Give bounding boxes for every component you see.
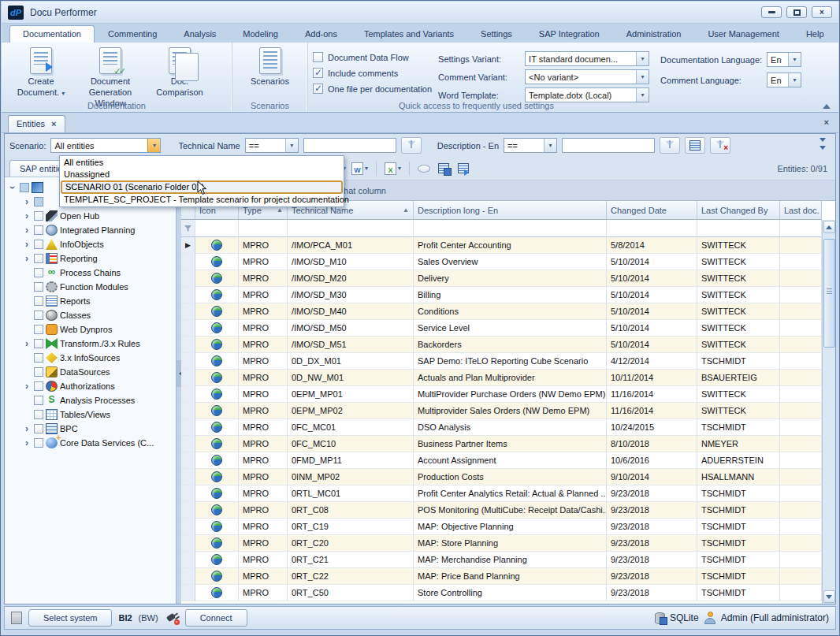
table-row[interactable]: MPRO 0INM_MP02 Production Costs 9/10/201… [181, 469, 822, 485]
ribbon-collapse-icon[interactable] [823, 100, 831, 109]
expander-icon[interactable]: › [8, 183, 17, 192]
doc-comparison-button[interactable]: Doc. Comparison [145, 46, 214, 100]
tree-checkbox[interactable] [34, 410, 43, 419]
auto-filter-cell[interactable] [288, 220, 414, 237]
connect-button[interactable]: Connect [185, 609, 247, 627]
tree-checkbox[interactable] [34, 225, 43, 235]
table-row[interactable]: MPRO /IMO/SD_M40 Conditions 5/10/2014 SW… [181, 303, 822, 320]
column-header-description-long-en[interactable]: Description long - En [414, 201, 607, 220]
menu-tab-help[interactable]: Help [793, 25, 838, 43]
tree-item[interactable]: Tables/Views [5, 407, 176, 422]
table-row[interactable]: MPRO 0RTL_MC01 Profit Center Analytics R… [181, 485, 822, 502]
table-row[interactable]: MPRO 0EPM_MP01 MultiProvider Purchase Or… [181, 386, 822, 403]
description-filter-input[interactable] [562, 138, 655, 153]
tree-checkbox[interactable] [20, 183, 29, 192]
dropdown-item[interactable]: Unassigned [61, 169, 343, 180]
chevron-down-icon[interactable]: ▾ [636, 88, 649, 102]
checkbox-icon[interactable] [313, 68, 323, 78]
dropdown-item[interactable]: All entities [61, 157, 343, 169]
table-row[interactable]: MPRO 0FC_MC10 Business Partner Items 8/1… [181, 436, 822, 452]
expander-icon[interactable]: › [22, 225, 32, 235]
menu-tab-templates-and-variants[interactable]: Templates and Variants [351, 25, 467, 43]
scenario-combo[interactable]: All entities ▾ [50, 138, 161, 153]
tree-checkbox[interactable] [34, 197, 43, 206]
menu-tab-settings[interactable]: Settings [467, 25, 526, 43]
tree-item[interactable]: › Core Data Services (C... [5, 436, 176, 450]
export-word-button[interactable]: W▾ [350, 160, 370, 177]
menu-tab-modeling[interactable]: Modeling [229, 25, 292, 43]
checkbox-icon[interactable] [313, 84, 323, 94]
expander-icon[interactable]: › [22, 424, 32, 433]
current-user-label[interactable]: Admin (Full administrator) [721, 612, 829, 623]
tree-item[interactable]: › Reporting [5, 251, 176, 266]
minimize-button[interactable] [761, 6, 782, 18]
checkbox-icon[interactable] [313, 52, 323, 62]
chevron-down-icon[interactable]: ▾ [636, 70, 649, 84]
create-document-button[interactable]: Create Document. ▾ [6, 46, 76, 100]
table-row[interactable]: MPRO 0RT_C50 Store Controlling 9/23/2018… [181, 585, 822, 601]
ribbon-checkbox[interactable]: One file per documentation [313, 84, 432, 94]
technical-name-filter-button[interactable] [401, 137, 422, 154]
auto-filter-cell[interactable] [414, 220, 607, 237]
tree-checkbox[interactable] [34, 339, 43, 348]
table-row[interactable]: MPRO 0FMD_MP11 Account Assignment 10/6/2… [181, 452, 822, 469]
tree-checkbox[interactable] [34, 438, 43, 448]
menu-tab-user-management[interactable]: User Management [694, 25, 793, 43]
tree-item[interactable]: Reports [5, 294, 176, 308]
tree-item[interactable]: › Authorizations [5, 379, 176, 393]
tree-item[interactable]: › InfoObjects [5, 237, 176, 251]
vertical-scrollbar[interactable] [822, 220, 835, 604]
filter-editor-button[interactable] [685, 137, 705, 154]
expander-icon[interactable]: › [22, 438, 32, 448]
menu-tab-add-ons[interactable]: Add-ons [292, 25, 351, 43]
table-row[interactable]: MPRO 0RT_C20 MAP: Store Planning 9/23/20… [181, 535, 822, 552]
save-layout-button[interactable] [436, 160, 452, 177]
auto-filter-cell[interactable] [239, 220, 288, 237]
tree-item[interactable]: › Transform./3.x Rules [5, 337, 176, 351]
ribbon-field-combo[interactable]: <No variant>▾ [525, 69, 649, 84]
tree-checkbox[interactable] [34, 325, 43, 334]
tree-checkbox[interactable] [34, 367, 43, 377]
scenarios-button[interactable]: Scenarios [237, 46, 303, 89]
auto-filter-cell[interactable] [195, 220, 239, 237]
tree-checkbox[interactable] [34, 254, 43, 263]
ribbon-checkbox[interactable]: Document Data Flow [313, 52, 432, 62]
menu-tab-administration[interactable]: Administration [613, 25, 695, 43]
close-button[interactable]: × [812, 6, 832, 18]
table-row[interactable]: MPRO /IMO/SD_M50 Service Level 5/10/2014… [181, 320, 822, 337]
auto-filter-cell[interactable] [780, 220, 822, 237]
expander-icon[interactable]: › [22, 240, 32, 249]
tree-checkbox[interactable] [34, 282, 43, 292]
tree-checkbox[interactable] [34, 396, 43, 405]
load-layout-button[interactable] [455, 160, 471, 177]
table-row[interactable]: MPRO 0D_NW_M01 Actuals and Plan Multipro… [181, 370, 822, 386]
tree-item[interactable]: DataSources [5, 365, 176, 379]
table-row[interactable]: MPRO 0EPM_MP02 Multiprovider Sales Order… [181, 403, 822, 419]
tree-checkbox[interactable] [34, 424, 43, 433]
table-row[interactable]: MPRO /IMO/SD_M30 Billing 5/10/2014 SWITT… [181, 287, 822, 303]
export-excel-button[interactable]: X▾ [383, 160, 403, 177]
tree-item[interactable]: › Open Hub [5, 209, 176, 223]
tree-checkbox[interactable] [34, 296, 43, 306]
scrollbar-thumb[interactable] [823, 239, 835, 348]
chevron-down-icon[interactable]: ▾ [636, 52, 649, 65]
ribbon-checkbox[interactable]: Include comments [313, 68, 432, 78]
table-row[interactable]: MPRO 0RT_C19 MAP: Objective Planning 9/2… [181, 519, 822, 535]
select-system-button[interactable]: Select system [28, 609, 112, 627]
tree-item[interactable]: › BPC [5, 422, 176, 436]
table-row[interactable]: MPRO 0D_DX_M01 SAP Demo: ITeLO Reporting… [181, 353, 822, 370]
tree-item[interactable]: S Analysis Processes [5, 393, 176, 407]
column-header-last-doc-[interactable]: Last doc. [780, 201, 822, 220]
tree-checkbox[interactable] [34, 268, 43, 277]
expander-icon[interactable]: › [22, 254, 32, 263]
tree-item[interactable]: ∞ Process Chains [5, 266, 176, 280]
tree-checkbox[interactable] [34, 311, 43, 320]
auto-filter-cell[interactable] [607, 220, 697, 237]
column-header-changed-date[interactable]: Changed Date [607, 201, 697, 220]
table-row[interactable]: MPRO 0RT_C21 MAP: Merchandise Planning 9… [181, 552, 822, 568]
chevron-down-icon[interactable]: ▾ [788, 53, 801, 66]
auto-filter-cell[interactable] [697, 220, 780, 237]
tab-close-icon[interactable]: × [51, 120, 56, 128]
expander-icon[interactable]: › [22, 197, 32, 206]
tree-item[interactable]: Web Dynpros [5, 322, 176, 337]
